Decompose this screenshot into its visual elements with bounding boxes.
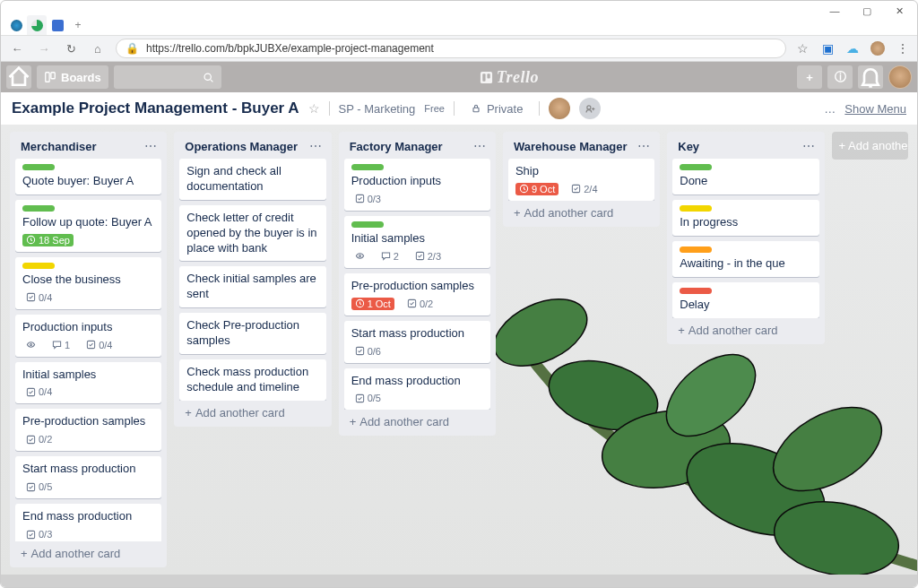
- browser-tab-1[interactable]: [6, 15, 26, 35]
- card[interactable]: Production inputs10/4: [15, 315, 161, 357]
- list-title[interactable]: Merchandiser: [21, 140, 97, 153]
- ext-icon-news[interactable]: ▣: [820, 41, 835, 56]
- team-name[interactable]: SP - Marketing: [339, 102, 416, 116]
- browser-tab-2[interactable]: [27, 15, 47, 35]
- browser-menu-icon[interactable]: ⋮: [896, 41, 910, 56]
- card-title: Follow up quote: Buyer A: [22, 215, 154, 230]
- card[interactable]: Initial samples0/4: [15, 362, 161, 404]
- badge-check: 2/4: [567, 183, 601, 195]
- list-menu-icon[interactable]: ⋯: [637, 139, 651, 153]
- card-title: Close the business: [22, 272, 154, 288]
- card-label-yellow: [22, 263, 55, 269]
- add-list-button[interactable]: + Add another list: [832, 132, 908, 160]
- window-controls: — ▢ ✕: [1, 1, 917, 21]
- profile-avatar-icon[interactable]: [870, 41, 885, 56]
- card-title: End mass production: [351, 374, 483, 389]
- svg-rect-4: [482, 74, 485, 81]
- status-bar: [1, 575, 917, 588]
- minimize-button[interactable]: —: [829, 5, 840, 16]
- card[interactable]: Check letter of credit opened by the buy…: [179, 205, 325, 262]
- card[interactable]: Check initial samples are sent: [179, 266, 325, 307]
- list-menu-icon[interactable]: ⋯: [309, 139, 323, 153]
- close-button[interactable]: ✕: [894, 5, 905, 16]
- add-card-button[interactable]: +Add another card: [344, 410, 490, 430]
- card-title: Check Pre-production samples: [186, 318, 318, 349]
- add-card-button[interactable]: +Add another card: [508, 201, 654, 221]
- add-member-button[interactable]: [579, 98, 601, 119]
- create-button[interactable]: +: [797, 65, 822, 89]
- home-button[interactable]: ⌂: [89, 39, 107, 57]
- card[interactable]: Pre-production samples0/2: [15, 409, 161, 451]
- reload-button[interactable]: ↻: [62, 39, 80, 57]
- add-card-button[interactable]: +Add another card: [179, 401, 325, 421]
- card[interactable]: Start mass production0/6: [344, 321, 490, 363]
- menu-dots[interactable]: …: [824, 102, 836, 116]
- card[interactable]: Awaiting - in the que: [672, 241, 818, 277]
- card-badges: 0/5: [22, 480, 154, 493]
- card-title: Check letter of credit opened by the buy…: [186, 211, 318, 256]
- show-menu-button[interactable]: Show Menu: [844, 102, 906, 116]
- badge-check: 0/4: [82, 339, 116, 351]
- list-menu-icon[interactable]: ⋯: [802, 139, 816, 153]
- address-bar[interactable]: 🔒 https://trello.com/b/bpkJUBXe/example-…: [116, 39, 786, 58]
- add-card-button[interactable]: +Add another card: [672, 318, 818, 339]
- card[interactable]: Production inputs0/3: [344, 159, 490, 211]
- card-title: Pre-production samples: [22, 414, 154, 429]
- new-tab-button[interactable]: +: [68, 15, 88, 35]
- home-icon[interactable]: [6, 65, 31, 89]
- card-badges: 0/6: [351, 345, 483, 358]
- card[interactable]: Start mass production0/5: [15, 456, 161, 498]
- list-menu-icon[interactable]: ⋯: [144, 139, 158, 153]
- list-title[interactable]: Key: [678, 140, 699, 153]
- svg-point-7: [587, 105, 591, 108]
- svg-rect-0: [46, 73, 49, 82]
- boards-button[interactable]: Boards: [37, 65, 108, 89]
- bookmark-star-icon[interactable]: ☆: [795, 41, 810, 56]
- card-badges: 1 Oct0/2: [351, 298, 483, 310]
- star-icon[interactable]: ☆: [308, 101, 320, 116]
- forward-button[interactable]: →: [35, 39, 53, 57]
- ext-icon-cloud[interactable]: ☁: [845, 41, 860, 56]
- card-title: Initial samples: [22, 368, 154, 383]
- card[interactable]: In progress: [672, 200, 818, 236]
- card[interactable]: Close the business0/4: [15, 257, 161, 309]
- card[interactable]: End mass production0/3: [15, 504, 161, 541]
- card-title: Check mass production schedule and timel…: [186, 365, 318, 395]
- visibility-button[interactable]: Private: [463, 99, 530, 118]
- card[interactable]: Initial samples22/3: [344, 216, 490, 268]
- card-title: Pre-production samples: [351, 279, 483, 294]
- card[interactable]: Follow up quote: Buyer A18 Sep: [15, 200, 161, 252]
- list-menu-icon[interactable]: ⋯: [473, 139, 487, 153]
- svg-point-2: [204, 74, 211, 80]
- card[interactable]: End mass production0/5: [344, 368, 490, 411]
- user-avatar[interactable]: [888, 65, 912, 89]
- info-button[interactable]: ⓘ: [827, 65, 853, 89]
- card[interactable]: Sign and check all documentation: [179, 159, 325, 200]
- member-avatar-1[interactable]: [549, 98, 570, 119]
- card[interactable]: Pre-production samples1 Oct0/2: [344, 273, 490, 316]
- card[interactable]: Quote buyer: Buyer A: [15, 159, 161, 195]
- maximize-button[interactable]: ▢: [862, 5, 872, 16]
- list-title[interactable]: Operations Manager: [185, 140, 298, 153]
- card[interactable]: Check Pre-production samples: [179, 313, 325, 354]
- card[interactable]: Ship9 Oct2/4: [508, 159, 654, 201]
- add-card-button[interactable]: +Add another card: [15, 541, 161, 562]
- card[interactable]: Check mass production schedule and timel…: [179, 359, 325, 401]
- trello-logo[interactable]: Trello: [227, 68, 792, 87]
- browser-toolbar: ← → ↻ ⌂ 🔒 https://trello.com/b/bpkJUBXe/…: [1, 35, 917, 62]
- card[interactable]: Done: [672, 159, 818, 195]
- list-title[interactable]: Factory Manager: [350, 140, 443, 153]
- card-title: Check initial samples are sent: [186, 272, 318, 302]
- badge-comment: 1: [48, 339, 74, 351]
- badge-check: 0/5: [22, 480, 56, 493]
- card[interactable]: Delay: [672, 282, 818, 318]
- notifications-button[interactable]: [858, 65, 883, 89]
- badge-check: 0/4: [22, 291, 56, 304]
- badge-eye: [22, 339, 39, 350]
- browser-tab-3[interactable]: [48, 15, 67, 35]
- board-title[interactable]: Example Project Management - Buyer A: [12, 99, 299, 117]
- plus-icon: +: [350, 415, 357, 428]
- back-button[interactable]: ←: [8, 39, 26, 57]
- search-input[interactable]: [114, 65, 221, 89]
- list-title[interactable]: Warehouse Manager: [514, 140, 628, 153]
